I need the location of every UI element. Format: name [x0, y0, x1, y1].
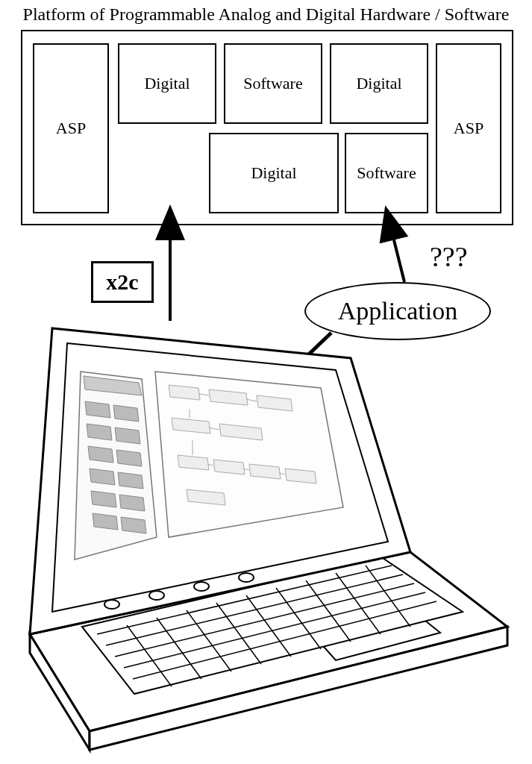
svg-marker-39 — [119, 495, 145, 511]
svg-marker-40 — [93, 513, 118, 530]
svg-marker-41 — [121, 517, 146, 533]
svg-marker-32 — [87, 424, 112, 440]
svg-point-24 — [104, 600, 119, 609]
svg-marker-33 — [115, 428, 140, 444]
svg-marker-35 — [116, 450, 142, 466]
laptop-illustration — [22, 313, 515, 761]
svg-marker-37 — [118, 472, 143, 489]
svg-marker-34 — [88, 446, 113, 463]
svg-line-1 — [392, 234, 404, 282]
svg-marker-31 — [113, 405, 139, 422]
screen-right-panel — [155, 372, 343, 537]
svg-marker-36 — [90, 469, 115, 485]
svg-point-25 — [149, 591, 164, 600]
svg-marker-30 — [85, 401, 110, 418]
svg-marker-38 — [91, 491, 116, 507]
svg-point-26 — [194, 582, 209, 591]
svg-point-27 — [239, 573, 254, 582]
